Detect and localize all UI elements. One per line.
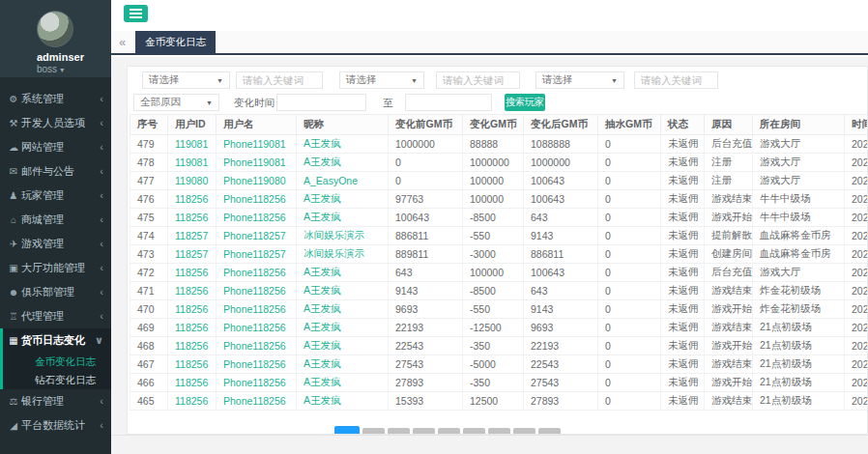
time-end-input[interactable] (405, 94, 492, 111)
user-link-cell[interactable]: Phone118256 (217, 374, 297, 392)
sidebar-item[interactable]: ▣大厅功能管理‹ (0, 256, 111, 280)
page-button-active[interactable] (334, 426, 360, 435)
chevron-left-icon: ‹ (100, 389, 103, 413)
table-cell: 0 (598, 190, 661, 209)
user-link-cell[interactable]: Phone118257 (217, 227, 297, 245)
user-link-cell[interactable]: A王发疯 (297, 392, 389, 411)
user-link-cell[interactable]: A王发疯 (297, 300, 389, 319)
page-button[interactable] (538, 428, 561, 435)
table-cell: 0 (598, 374, 661, 392)
user-link-cell[interactable]: A王发疯 (297, 264, 389, 282)
user-link-cell[interactable]: Phone119081 (217, 135, 297, 154)
user-link-cell[interactable]: Phone118256 (217, 319, 297, 337)
user-link-cell[interactable]: 118256 (168, 282, 217, 300)
sidebar-item[interactable]: ✈游戏管理‹ (0, 232, 111, 256)
table-cell: 100643 (524, 264, 598, 282)
page-button[interactable] (488, 428, 510, 435)
user-link-cell[interactable]: 冰间娱乐演示 (297, 227, 389, 245)
user-link-cell[interactable]: Phone118256 (217, 190, 297, 209)
user-link-cell[interactable]: Phone118256 (217, 300, 297, 319)
page-button[interactable] (463, 428, 485, 435)
chevron-down-icon: ▼ (411, 77, 418, 84)
user-link-cell[interactable]: 118256 (168, 355, 217, 374)
page-button[interactable] (513, 428, 535, 435)
user-link-cell[interactable]: Phone118256 (217, 392, 297, 411)
sidebar-item[interactable]: ♟玩家管理‹ (0, 184, 111, 208)
keyword-input-3[interactable] (634, 71, 718, 89)
sidebar-item[interactable]: ♖代理管理‹ (0, 304, 111, 328)
user-link-cell[interactable]: 冰间娱乐演示 (297, 245, 389, 264)
sidebar-item[interactable]: ✉邮件与公告‹ (0, 159, 111, 184)
table-cell: 0 (598, 282, 661, 300)
sidebar-subitem[interactable]: 金币变化日志 (3, 353, 111, 371)
user-link-cell[interactable]: 118257 (168, 227, 217, 245)
sidebar-item-label: 大厅功能管理 (21, 262, 85, 273)
time-start-input[interactable] (276, 94, 366, 111)
sidebar-item[interactable]: ▦货币日志变化∨ (3, 328, 111, 353)
user-link-cell[interactable]: 119081 (168, 154, 217, 172)
table-cell: 未返佣 (661, 245, 705, 264)
user-link-cell[interactable]: A王发疯 (297, 154, 389, 172)
tab-scroll-left-icon[interactable]: « (119, 35, 124, 49)
table-cell: 21点初级场 (753, 392, 845, 411)
user-link-cell[interactable]: A王发疯 (297, 190, 389, 209)
user-link-cell[interactable]: 118256 (168, 300, 217, 319)
sidebar-item[interactable]: ⚙系统管理‹ (0, 87, 111, 111)
table-cell: 2020- (845, 319, 868, 337)
page-button[interactable] (438, 428, 460, 435)
user-link-cell[interactable]: 118256 (168, 190, 217, 209)
table-cell: 0 (598, 154, 661, 172)
user-link-cell[interactable]: A王发疯 (297, 374, 389, 392)
user-link-cell[interactable]: 118256 (168, 264, 217, 282)
filter-select-1[interactable]: 请选择▼ (142, 71, 230, 89)
filter-select-2[interactable]: 请选择▼ (339, 71, 424, 89)
user-link-cell[interactable]: A王发疯 (297, 337, 389, 355)
search-player-button[interactable]: 搜索玩家 (505, 94, 545, 111)
user-link-cell[interactable]: A王发疯 (297, 355, 389, 374)
user-link-cell[interactable]: Phone118256 (217, 282, 297, 300)
user-link-cell[interactable]: 118256 (168, 374, 217, 392)
sidebar-item[interactable]: ☁网站管理‹ (0, 135, 111, 159)
user-link-cell[interactable]: Phone118256 (217, 337, 297, 355)
menu-toggle-button[interactable] (124, 5, 148, 22)
user-link-cell[interactable]: 119080 (168, 172, 217, 190)
user-link-cell[interactable]: Phone118256 (217, 355, 297, 374)
user-link-cell[interactable]: A王发疯 (297, 209, 389, 227)
sidebar-item[interactable]: ◢平台数据统计‹ (0, 413, 111, 438)
page-button[interactable] (388, 428, 410, 435)
user-link-cell[interactable]: 119081 (168, 135, 217, 154)
user-link-cell[interactable]: Phone119080 (217, 172, 297, 190)
user-link-cell[interactable]: 118256 (168, 392, 217, 411)
filter-select-3[interactable]: 请选择▼ (535, 71, 624, 89)
reason-select[interactable]: 全部原因▼ (133, 94, 219, 111)
table-cell: 游戏结束 (705, 392, 753, 411)
table-cell: 1000000 (389, 135, 463, 154)
user-link-cell[interactable]: 118256 (168, 337, 217, 355)
page-button[interactable] (413, 428, 435, 435)
keyword-input-1[interactable] (236, 71, 323, 89)
table-row: 467118256Phone118256A王发疯27543-5000225430… (130, 355, 868, 374)
sidebar-item[interactable]: ⚒开发人员选项‹ (0, 111, 111, 135)
user-link-cell[interactable]: A_EasyOne (297, 172, 389, 190)
user-link-cell[interactable]: 118256 (168, 319, 217, 337)
page-button[interactable] (362, 428, 385, 435)
user-link-cell[interactable]: 118256 (168, 209, 217, 227)
table-cell: 未返佣 (661, 154, 705, 172)
table-cell: 467 (130, 355, 168, 374)
user-link-cell[interactable]: A王发疯 (297, 319, 389, 337)
sidebar-item[interactable]: ⚖银行管理‹ (0, 389, 111, 413)
sidebar-item[interactable]: ⌂商城管理‹ (0, 208, 111, 232)
user-role-dropdown[interactable]: boss▾ (37, 64, 111, 74)
table-cell: 未返佣 (661, 282, 705, 300)
user-link-cell[interactable]: A王发疯 (297, 282, 389, 300)
user-link-cell[interactable]: 118257 (168, 245, 217, 264)
user-link-cell[interactable]: Phone119081 (217, 154, 297, 172)
user-link-cell[interactable]: A王发疯 (297, 135, 389, 154)
sidebar-item[interactable]: ☻俱乐部管理‹ (0, 280, 111, 304)
keyword-input-2[interactable] (436, 71, 520, 89)
user-link-cell[interactable]: Phone118256 (217, 209, 297, 227)
user-link-cell[interactable]: Phone118256 (217, 264, 297, 282)
user-link-cell[interactable]: Phone118257 (217, 245, 297, 264)
tab-gold-change-log[interactable]: 金币变化日志 (135, 31, 216, 53)
sidebar-subitem[interactable]: 钻石变化日志 (3, 371, 111, 389)
